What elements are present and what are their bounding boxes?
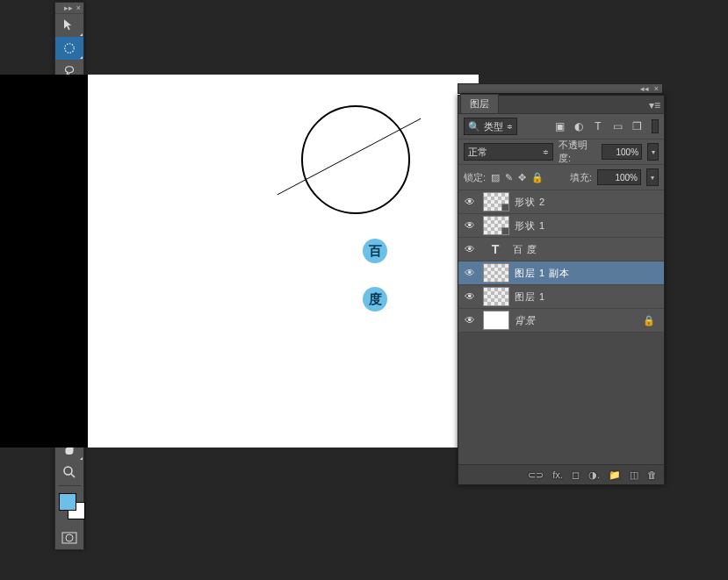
- move-tool[interactable]: [55, 14, 83, 37]
- visibility-icon[interactable]: 👁: [462, 267, 478, 279]
- blend-mode-value: 正常: [468, 146, 487, 159]
- text-badge-1: 百: [363, 239, 387, 263]
- layers-panel: 图层 ▾≡ 🔍 类型 ≑ ▣ ◐ T ▭ ❐ 正常 ≑ 不透明度: 100% ▾…: [458, 95, 665, 485]
- fill-input[interactable]: 100%: [597, 169, 641, 185]
- lock-transparent-icon[interactable]: ▨: [491, 172, 500, 183]
- text-layer-icon: T: [483, 240, 508, 258]
- fill-arrow[interactable]: ▾: [646, 168, 659, 186]
- lock-pixels-icon[interactable]: ✎: [505, 172, 513, 183]
- svg-line-9: [71, 474, 75, 477]
- layer-row[interactable]: 👁 图层 1: [458, 285, 664, 309]
- layer-thumb[interactable]: [483, 192, 509, 211]
- panel-drag-header[interactable]: ◂◂ ×: [458, 83, 663, 94]
- opacity-arrow[interactable]: ▾: [647, 143, 659, 161]
- lock-label: 锁定:: [464, 171, 486, 184]
- blend-row: 正常 ≑ 不透明度: 100% ▾: [458, 140, 664, 165]
- filter-label: 类型: [484, 120, 503, 133]
- layer-name: 图层 1 副本: [515, 267, 570, 280]
- color-swatches[interactable]: [55, 488, 83, 528]
- layer-name: 形状 1: [515, 219, 545, 233]
- layer-thumb[interactable]: [483, 216, 509, 235]
- dropdown-arrow-icon: ≑: [507, 123, 513, 131]
- adjustment-icon[interactable]: ◑.: [588, 469, 600, 481]
- layer-name: 图层 1: [515, 290, 545, 304]
- filter-shape-icon[interactable]: ▭: [611, 120, 623, 132]
- layer-row[interactable]: 👁 形状 2: [458, 190, 664, 214]
- opacity-label: 不透明度:: [559, 139, 596, 165]
- panel-menu-icon[interactable]: ▾≡: [649, 99, 660, 111]
- layers-empty-area: [458, 333, 664, 464]
- lock-all-icon[interactable]: 🔒: [531, 172, 544, 183]
- layer-row[interactable]: 👁 形状 1: [458, 214, 664, 238]
- layer-name: 形状 2: [515, 196, 545, 209]
- collapse-icon[interactable]: ▸▸: [64, 4, 73, 12]
- filter-adjust-icon[interactable]: ◐: [573, 120, 585, 132]
- filter-row: 🔍 类型 ≑ ▣ ◐ T ▭ ❐: [458, 114, 664, 140]
- zoom-tool[interactable]: [55, 461, 83, 483]
- layer-name: 百 度: [513, 243, 537, 256]
- layers-list: 👁 形状 2 👁 形状 1 👁 T 百 度 👁 图层 1 副本 👁 图层 1 👁: [458, 190, 664, 333]
- close-icon[interactable]: ×: [76, 4, 81, 12]
- text-badge-2: 度: [363, 287, 387, 311]
- visibility-icon[interactable]: 👁: [462, 219, 478, 232]
- mask-icon[interactable]: ◻: [572, 469, 580, 481]
- opacity-input[interactable]: 100%: [602, 144, 642, 160]
- search-icon: 🔍: [468, 121, 480, 132]
- layer-row[interactable]: 👁 图层 1 副本: [458, 261, 664, 285]
- circle-shape: [301, 105, 410, 214]
- marquee-tool[interactable]: [55, 37, 83, 60]
- quick-mask-toggle[interactable]: [55, 528, 83, 549]
- layer-row[interactable]: 👁 背景 🔒: [458, 309, 664, 333]
- visibility-icon[interactable]: 👁: [462, 314, 478, 326]
- new-group-icon[interactable]: 📁: [609, 469, 621, 481]
- svg-point-11: [66, 534, 73, 541]
- dropdown-arrow-icon: ≑: [543, 148, 549, 156]
- filter-type-dropdown[interactable]: 🔍 类型 ≑: [464, 118, 517, 135]
- blend-mode-dropdown[interactable]: 正常 ≑: [464, 143, 553, 161]
- filter-toggle[interactable]: [652, 119, 659, 133]
- document-canvas[interactable]: 百 度: [88, 75, 479, 448]
- panel-footer: ⊂⊃ fx. ◻ ◑. 📁 ◫ 🗑: [458, 464, 664, 484]
- close-icon[interactable]: ×: [654, 84, 659, 93]
- lock-row: 锁定: ▨ ✎ ✥ 🔒 填充: 100% ▾: [458, 165, 664, 190]
- layer-thumb[interactable]: [483, 263, 509, 283]
- collapse-icon[interactable]: ◂◂: [640, 84, 649, 93]
- lock-position-icon[interactable]: ✥: [518, 172, 526, 183]
- filter-pixel-icon[interactable]: ▣: [553, 120, 566, 132]
- foreground-color[interactable]: [59, 493, 76, 511]
- toolbar-header[interactable]: ▸▸ ×: [55, 3, 83, 14]
- panel-tabs: 图层 ▾≡: [458, 96, 664, 114]
- link-layers-icon[interactable]: ⊂⊃: [528, 469, 544, 481]
- layer-row[interactable]: 👁 T 百 度: [458, 238, 664, 261]
- fill-label: 填充:: [570, 171, 592, 184]
- layers-tab[interactable]: 图层: [460, 94, 499, 113]
- visibility-icon[interactable]: 👁: [462, 290, 478, 303]
- layer-thumb[interactable]: [483, 287, 509, 306]
- lock-icon: 🔒: [643, 315, 660, 326]
- new-layer-icon[interactable]: ◫: [630, 469, 638, 481]
- filter-text-icon[interactable]: T: [592, 120, 604, 132]
- svg-point-0: [65, 44, 75, 54]
- filter-smart-icon[interactable]: ❐: [631, 120, 643, 132]
- visibility-icon[interactable]: 👁: [462, 243, 478, 255]
- layer-name: 背景: [515, 314, 536, 327]
- layer-thumb[interactable]: [483, 311, 509, 330]
- delete-icon[interactable]: 🗑: [647, 469, 657, 480]
- visibility-icon[interactable]: 👁: [462, 196, 478, 208]
- svg-point-8: [64, 467, 72, 475]
- fx-icon[interactable]: fx.: [552, 469, 563, 480]
